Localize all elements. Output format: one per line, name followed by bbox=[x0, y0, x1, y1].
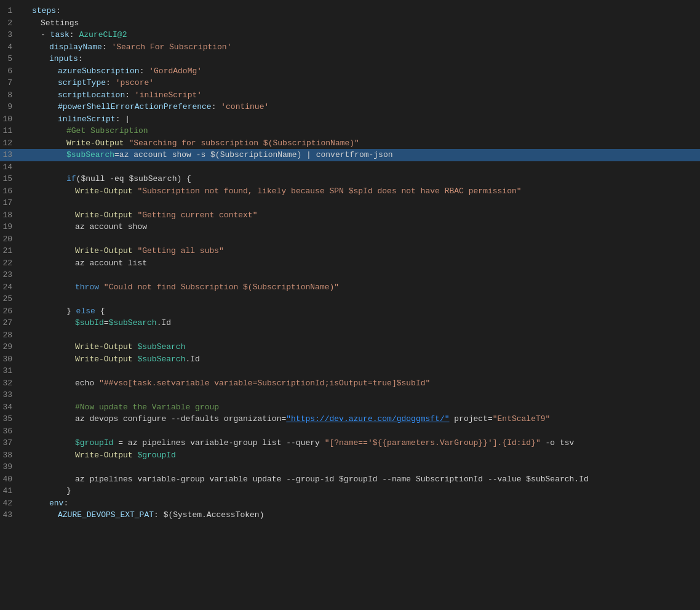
line-number: 36 bbox=[0, 425, 22, 438]
line-number: 20 bbox=[0, 233, 22, 246]
code-line: 23 bbox=[0, 269, 700, 281]
line-number: 4 bbox=[0, 41, 22, 54]
code-line: 4displayName: 'Search For Subscription' bbox=[0, 41, 700, 54]
line-number: 19 bbox=[0, 221, 22, 233]
code-line: 26} else { bbox=[0, 305, 700, 318]
code-line: 18Write-Output "Getting current context" bbox=[0, 209, 700, 222]
line-code: Write-Output "Subscription not found, li… bbox=[32, 185, 700, 198]
line-number: 30 bbox=[0, 353, 22, 366]
line-number: 41 bbox=[0, 485, 22, 497]
line-number: 28 bbox=[0, 329, 22, 342]
line-code: scriptLocation: 'inlineScript' bbox=[32, 89, 700, 102]
code-line: 27$subId=$subSearch.Id bbox=[0, 317, 700, 329]
line-number: 9 bbox=[0, 101, 22, 113]
line-number: 35 bbox=[0, 413, 22, 425]
code-line: 42env: bbox=[0, 497, 700, 510]
line-number: 15 bbox=[0, 173, 22, 185]
code-line: 39 bbox=[0, 461, 700, 473]
line-number: 14 bbox=[0, 161, 22, 174]
line-code: az account show bbox=[32, 221, 700, 233]
code-line: 6azureSubscription: 'GordAdoMg' bbox=[0, 65, 700, 78]
line-code bbox=[32, 233, 700, 246]
line-number: 6 bbox=[0, 65, 22, 78]
code-editor: 1steps:2Settings3- task: AzureCLI@24disp… bbox=[0, 0, 700, 610]
line-code bbox=[32, 269, 700, 281]
code-line: 41} bbox=[0, 485, 700, 497]
line-code: displayName: 'Search For Subscription' bbox=[32, 41, 700, 54]
code-line: 7scriptType: 'pscore' bbox=[0, 77, 700, 89]
code-line: 28 bbox=[0, 329, 700, 342]
code-line: 29Write-Output $subSearch bbox=[0, 341, 700, 353]
code-line: 14 bbox=[0, 161, 700, 174]
code-line: 34#Now update the Variable group bbox=[0, 401, 700, 414]
line-number: 43 bbox=[0, 509, 22, 521]
line-number: 38 bbox=[0, 449, 22, 462]
line-number: 42 bbox=[0, 497, 22, 510]
line-number: 37 bbox=[0, 437, 22, 449]
line-code bbox=[32, 389, 700, 401]
line-code: az account list bbox=[32, 257, 700, 270]
line-code: inputs: bbox=[32, 53, 700, 65]
line-code: Write-Output "Getting all subs" bbox=[32, 245, 700, 257]
code-line: 11#Get Subscription bbox=[0, 125, 700, 137]
line-number: 25 bbox=[0, 293, 22, 305]
line-code: $subId=$subSearch.Id bbox=[32, 317, 700, 329]
line-number: 22 bbox=[0, 257, 22, 270]
line-code: Write-Output "Searching for subscription… bbox=[32, 137, 700, 150]
line-number: 12 bbox=[0, 137, 22, 150]
line-code: Write-Output $subSearch bbox=[32, 341, 700, 353]
code-line: 9#powerShellErrorActionPreference: 'cont… bbox=[0, 101, 700, 113]
line-number: 18 bbox=[0, 209, 22, 222]
code-line: 40az pipelines variable-group variable u… bbox=[0, 473, 700, 486]
line-code: azureSubscription: 'GordAdoMg' bbox=[32, 65, 700, 78]
code-line: 32echo "##vso[task.setvariable variable=… bbox=[0, 377, 700, 390]
line-number: 21 bbox=[0, 245, 22, 257]
code-line: 19az account show bbox=[0, 221, 700, 233]
code-line: 38Write-Output $groupId bbox=[0, 449, 700, 462]
line-number: 7 bbox=[0, 77, 22, 89]
line-code: scriptType: 'pscore' bbox=[32, 77, 700, 89]
code-line: 17 bbox=[0, 197, 700, 209]
code-line: 10inlineScript: | bbox=[0, 113, 700, 126]
line-number: 26 bbox=[0, 305, 22, 318]
line-code: AZURE_DEVOPS_EXT_PAT: $(System.AccessTok… bbox=[32, 509, 700, 521]
line-number: 24 bbox=[0, 281, 22, 294]
line-code: steps: bbox=[32, 5, 700, 17]
code-line: 21Write-Output "Getting all subs" bbox=[0, 245, 700, 257]
code-line: 30Write-Output $subSearch.Id bbox=[0, 353, 700, 366]
line-code bbox=[32, 197, 700, 209]
code-line: 37$groupId = az pipelines variable-group… bbox=[0, 437, 700, 449]
code-line: 16Write-Output "Subscription not found, … bbox=[0, 185, 700, 198]
code-line: 15if($null -eq $subSearch) { bbox=[0, 173, 700, 185]
line-code: az pipelines variable-group variable upd… bbox=[32, 473, 700, 486]
line-number: 8 bbox=[0, 89, 22, 102]
line-code: $groupId = az pipelines variable-group l… bbox=[32, 437, 700, 449]
line-number: 13 bbox=[0, 149, 22, 161]
line-number: 10 bbox=[0, 113, 22, 126]
line-code: inlineScript: | bbox=[32, 113, 700, 126]
line-number: 2 bbox=[0, 17, 22, 30]
code-line: 22az account list bbox=[0, 257, 700, 270]
code-line: 25 bbox=[0, 293, 700, 305]
line-code: echo "##vso[task.setvariable variable=Su… bbox=[32, 377, 700, 390]
line-code: #Now update the Variable group bbox=[32, 401, 700, 414]
line-number: 23 bbox=[0, 269, 22, 281]
line-number: 39 bbox=[0, 461, 22, 473]
line-code: #powerShellErrorActionPreference: 'conti… bbox=[32, 101, 700, 113]
code-line: 2Settings bbox=[0, 17, 700, 30]
line-code: } bbox=[32, 485, 700, 497]
code-line: 5inputs: bbox=[0, 53, 700, 65]
code-line: 33 bbox=[0, 389, 700, 401]
line-number: 31 bbox=[0, 365, 22, 377]
code-line: 36 bbox=[0, 425, 700, 438]
line-code: Settings bbox=[32, 17, 700, 30]
code-line: 43AZURE_DEVOPS_EXT_PAT: $(System.AccessT… bbox=[0, 509, 700, 521]
line-code bbox=[32, 161, 700, 174]
line-code bbox=[32, 365, 700, 377]
line-number: 5 bbox=[0, 53, 22, 65]
line-number: 34 bbox=[0, 401, 22, 414]
line-number: 1 bbox=[0, 5, 22, 17]
line-code: if($null -eq $subSearch) { bbox=[32, 173, 700, 185]
code-line: 8scriptLocation: 'inlineScript' bbox=[0, 89, 700, 102]
line-number: 32 bbox=[0, 377, 22, 390]
